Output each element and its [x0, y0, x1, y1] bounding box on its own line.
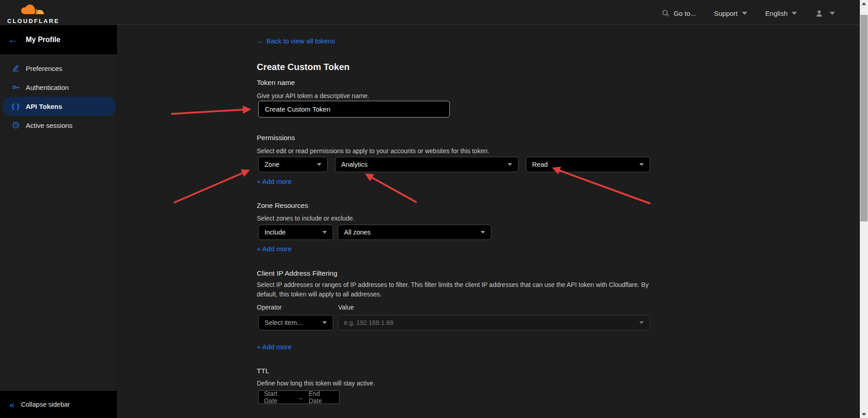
- cloudflare-logo[interactable]: CLOUDFLARE: [7, 3, 57, 24]
- zone-resources-label: Zone Resources: [257, 202, 308, 210]
- search-icon: [662, 9, 670, 17]
- topbar: CLOUDFLARE Go to... Support English: [0, 0, 860, 25]
- permission-scope-select[interactable]: Zone: [258, 157, 328, 172]
- chevron-down-icon: [830, 12, 835, 15]
- client-ip-label: Client IP Address Filtering: [257, 269, 337, 277]
- zone-resources-add-more-link[interactable]: + Add more: [257, 245, 292, 253]
- ip-value-input[interactable]: [344, 319, 614, 326]
- collapse-icon: «: [9, 400, 14, 409]
- zone-include-select[interactable]: Include: [258, 225, 333, 240]
- sidebar-item-authentication[interactable]: Authentication: [0, 78, 117, 97]
- ip-value-combobox[interactable]: [338, 315, 650, 330]
- goto-search[interactable]: Go to...: [662, 9, 696, 17]
- token-name-description: Give your API token a descriptive name.: [257, 91, 369, 101]
- token-name-label: Token name: [257, 79, 295, 87]
- sidebar-item-label: Active sessions: [26, 122, 72, 129]
- permissions-label: Permissions: [257, 134, 295, 142]
- ttl-label: TTL: [257, 367, 269, 375]
- chevron-down-icon: [742, 12, 747, 15]
- sidebar-nav: Preferences Authentication { } API Token…: [0, 59, 117, 135]
- sidebar-item-api-tokens[interactable]: { } API Tokens: [3, 97, 115, 116]
- main-content: ← Back to view all tokens Create Custom …: [118, 25, 860, 418]
- end-date-label: End Date: [309, 390, 334, 404]
- braces-icon: { }: [12, 103, 20, 110]
- zone-resources-description: Select zones to include or exclude.: [257, 214, 354, 223]
- client-ip-add-more-link[interactable]: + Add more: [257, 343, 292, 351]
- scroll-up-button[interactable]: [860, 0, 868, 7]
- token-name-input[interactable]: [258, 101, 450, 117]
- key-icon: [12, 84, 20, 91]
- page-title: Create Custom Token: [257, 62, 349, 72]
- scrollbar[interactable]: [860, 0, 868, 418]
- support-label: Support: [714, 9, 738, 17]
- chevron-down-icon: [317, 163, 321, 166]
- client-ip-description: Select IP addresses or ranges of IP addr…: [257, 280, 652, 299]
- language-label: English: [765, 9, 788, 17]
- chevron-down-icon: [481, 231, 485, 234]
- ttl-description: Define how long this token will stay act…: [257, 379, 375, 388]
- permissions-add-more-link[interactable]: + Add more: [257, 178, 292, 185]
- chevron-down-icon: [639, 321, 644, 324]
- sidebar-item-active-sessions[interactable]: Active sessions: [0, 116, 117, 135]
- permission-access-select[interactable]: Read: [526, 157, 650, 172]
- start-date-label: Start Date: [264, 390, 291, 404]
- ttl-date-range-button[interactable]: Start Date → End Date: [258, 390, 340, 404]
- triangle-up-icon: [862, 2, 866, 5]
- collapse-sidebar-label: Collapse sidebar: [21, 401, 70, 408]
- pencil-icon: [12, 65, 20, 72]
- back-arrow-icon: ←: [258, 37, 266, 45]
- chevron-down-icon: [322, 231, 327, 234]
- cloudflare-cloud-icon: [18, 3, 47, 15]
- scroll-down-button[interactable]: [860, 411, 868, 418]
- cloudflare-wordmark: CLOUDFLARE: [7, 18, 57, 24]
- back-arrow-icon: ←: [8, 35, 18, 44]
- sidebar-item-label: API Tokens: [26, 103, 62, 110]
- support-menu[interactable]: Support: [714, 9, 747, 17]
- chevron-down-icon: [508, 163, 512, 166]
- sidebar-item-label: Preferences: [26, 65, 62, 72]
- back-to-tokens-link[interactable]: ← Back to view all tokens: [258, 37, 335, 45]
- clock-icon: [12, 122, 20, 129]
- cloudflare-api-tokens-page: CLOUDFLARE Go to... Support English: [0, 0, 868, 418]
- operator-label: Operator: [257, 304, 282, 311]
- collapse-sidebar-button[interactable]: « Collapse sidebar: [0, 391, 117, 418]
- sidebar-back-my-profile[interactable]: ← My Profile: [0, 25, 117, 54]
- triangle-down-icon: [862, 413, 866, 416]
- ip-operator-select[interactable]: Select item...: [258, 315, 333, 330]
- arrow-right-icon: →: [297, 394, 303, 401]
- zone-target-select[interactable]: All zones: [338, 225, 491, 240]
- sidebar-item-label: Authentication: [26, 84, 69, 91]
- scrollbar-thumb[interactable]: [860, 15, 868, 221]
- value-label: Value: [338, 304, 354, 311]
- sidebar-title: My Profile: [26, 36, 60, 44]
- language-menu[interactable]: English: [765, 9, 797, 17]
- goto-label: Go to...: [674, 9, 696, 17]
- chevron-down-icon: [322, 321, 327, 324]
- chevron-down-icon: [792, 12, 797, 15]
- user-icon: [815, 9, 823, 18]
- sidebar-item-preferences[interactable]: Preferences: [0, 59, 117, 78]
- sidebar: ← My Profile Preferences: [0, 25, 117, 418]
- permissions-description: Select edit or read permissions to apply…: [257, 146, 489, 156]
- permission-group-select[interactable]: Analytics: [335, 157, 519, 172]
- account-menu[interactable]: [815, 9, 835, 18]
- chevron-down-icon: [639, 163, 644, 166]
